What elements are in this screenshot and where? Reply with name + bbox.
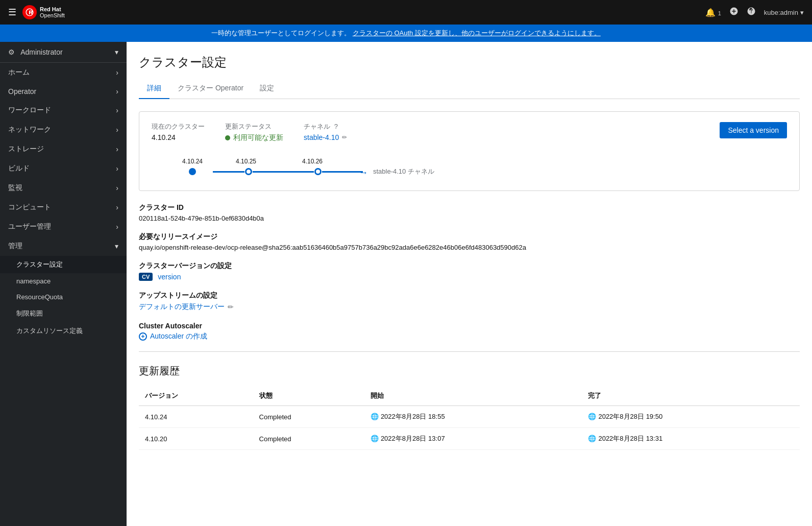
content-area: 現在のクラスター 4.10.24 更新ステータス 利用可能な更新 チャネル [127,99,812,462]
history-cell-start: 🌐2022年8月28日 13:07 [364,428,582,450]
add-icon[interactable] [729,7,739,18]
management-chevron-icon: ▾ [115,242,118,250]
banner-text: 一時的な管理ユーザーとしてログインします。 [211,29,351,37]
timeline-channel-label: stable-4.10 チャネル [373,167,434,176]
history-cell-version: 4.10.24 [139,406,253,428]
admin-chevron-icon: ▾ [115,48,118,56]
sidebar-item-home-label: ホーム [8,68,30,77]
channel-link[interactable]: stable-4.10 [304,133,339,141]
autoscaler-label: Cluster Autoscaler [139,322,800,330]
page-header: クラスター設定 詳細 クラスター Operator 設定 [127,42,812,99]
sidebar: ⚙ Administrator ▾ ホーム › Operator › ワークロー… [0,42,127,526]
page-title: クラスター設定 [139,54,800,70]
update-status-section: 更新ステータス 利用可能な更新 [225,122,283,142]
top-navigation: ☰ Red Hat OpenShift 🔔 1 kube:admin [0,0,812,25]
chevron-right-icon: › [116,145,118,153]
chevron-right-icon: › [116,87,118,95]
sidebar-item-monitoring-label: 監視 [8,183,22,193]
table-row: 4.10.20 Completed 🌐2022年8月28日 13:07 🌐202… [139,428,800,450]
sidebar-sub-item-limitrange-label: 制限範囲 [16,309,43,317]
current-cluster-label: 現在のクラスター [152,122,205,131]
help-icon[interactable] [747,7,756,18]
history-col-version: バージョン [139,386,253,406]
sidebar-item-storage[interactable]: ストレージ › [0,139,127,159]
tab-settings[interactable]: 設定 [252,79,282,99]
channel-edit-icon[interactable]: ✏ [342,134,347,141]
sidebar-item-home[interactable]: ホーム › [0,63,127,82]
username: kube:admin [764,9,798,16]
timeline-node-1 [189,168,196,175]
sidebar-sub-item-resourcequota-label: ResourceQuota [16,293,63,301]
sidebar-item-network[interactable]: ネットワーク › [0,120,127,139]
hamburger-menu[interactable]: ☰ [8,7,16,18]
brand-text: Red Hat OpenShift [40,6,65,18]
notification-badge: 1 [718,10,721,16]
cluster-id-value: 020118a1-524b-479e-851b-0ef6830d4b0a [139,214,800,222]
release-image-label: 必要なリリースイメージ [139,232,800,242]
sidebar-sub-item-namespace[interactable]: namespace [0,273,127,289]
history-cell-end: 🌐2022年8月28日 19:50 [582,406,800,428]
upstream-link[interactable]: デフォルトの更新サーバー [139,302,225,312]
table-row: 4.10.24 Completed 🌐2022年8月28日 18:55 🌐202… [139,406,800,428]
cluster-version-badge: CV [139,273,153,281]
info-banner: 一時的な管理ユーザーとしてログインします。 クラスターの OAuth 設定を更新… [0,25,812,42]
sidebar-item-storage-label: ストレージ [8,145,44,154]
sidebar-item-workloads[interactable]: ワークロード › [0,101,127,120]
history-cell-version: 4.10.20 [139,428,253,450]
timeline-line-1 [213,171,244,173]
upstream-section: アップストリームの設定 デフォルトの更新サーバー ✏ [139,291,800,312]
select-version-button[interactable]: Select a version [720,122,787,138]
sidebar-item-builds-label: ビルド [8,164,30,173]
chevron-right-icon: › [116,223,118,231]
sidebar-management-header[interactable]: 管理 ▾ [0,236,127,256]
user-chevron-icon: ▾ [800,9,804,16]
sidebar-item-compute-label: コンピュート [8,203,51,212]
sidebar-sub-item-crd[interactable]: カスタムリソース定義 [0,322,127,340]
sidebar-sub-item-cluster-settings-label: クラスター設定 [16,260,63,268]
channel-help-icon[interactable]: ? [334,123,338,130]
cluster-version-section: クラスターバージョンの設定 CV version [139,261,800,281]
history-col-end: 完了 [582,386,800,406]
cluster-id-label: クラスター ID [139,203,800,212]
update-status-text: 利用可能な更新 [233,133,283,142]
notification-icon[interactable]: 🔔 1 [705,8,721,17]
chevron-right-icon: › [116,184,118,192]
user-menu[interactable]: kube:admin ▾ [764,9,804,16]
autoscaler-create-link[interactable]: + Autoscaler の作成 [139,332,800,341]
release-image-section: 必要なリリースイメージ quay.io/openshift-release-de… [139,232,800,251]
chevron-right-icon: › [116,106,118,114]
history-cell-status: Completed [253,428,364,450]
cluster-id-section: クラスター ID 020118a1-524b-479e-851b-0ef6830… [139,203,800,222]
tab-details[interactable]: 詳細 [139,79,169,99]
sidebar-sub-item-cluster-settings[interactable]: クラスター設定 [0,256,127,273]
chevron-right-icon: › [116,203,118,211]
sidebar-item-compute[interactable]: コンピュート › [0,198,127,217]
current-cluster-version: 4.10.24 [152,133,205,141]
timeline-line-3: → [322,171,363,173]
release-image-value: quay.io/openshift-release-dev/ocp-releas… [139,244,800,251]
sidebar-item-operator-label: Operator [8,87,36,95]
update-status-label: 更新ステータス [225,122,283,131]
history-cell-end: 🌐2022年8月28日 13:31 [582,428,800,450]
sidebar-sub-item-limitrange[interactable]: 制限範囲 [0,305,127,322]
history-cell-status: Completed [253,406,364,428]
sidebar-sub-item-namespace-label: namespace [16,277,51,285]
sidebar-sub-item-resourcequota[interactable]: ResourceQuota [0,289,127,305]
brand-openshift: OpenShift [40,12,65,18]
chevron-right-icon: › [116,126,118,134]
cluster-version-link[interactable]: version [158,273,181,281]
timeline-node-2 [245,168,252,175]
current-cluster-section: 現在のクラスター 4.10.24 [152,122,205,141]
cluster-version-label: クラスターバージョンの設定 [139,261,800,271]
sidebar-item-network-label: ネットワーク [8,125,51,134]
timeline-version-1: 4.10.24 [182,158,203,165]
sidebar-item-builds[interactable]: ビルド › [0,159,127,178]
upstream-edit-icon[interactable]: ✏ [228,303,234,311]
tab-cluster-operator[interactable]: クラスター Operator [169,79,252,99]
sidebar-item-user-management[interactable]: ユーザー管理 › [0,217,127,236]
history-table: バージョン 状態 開始 完了 4.10.24 Completed 🌐2022年8… [139,386,800,450]
banner-link[interactable]: クラスターの OAuth 設定を更新し、他のユーザーがログインできるようにします… [353,29,601,37]
sidebar-item-monitoring[interactable]: 監視 › [0,178,127,198]
sidebar-admin-header[interactable]: ⚙ Administrator ▾ [0,42,127,63]
sidebar-item-operator[interactable]: Operator › [0,82,127,101]
